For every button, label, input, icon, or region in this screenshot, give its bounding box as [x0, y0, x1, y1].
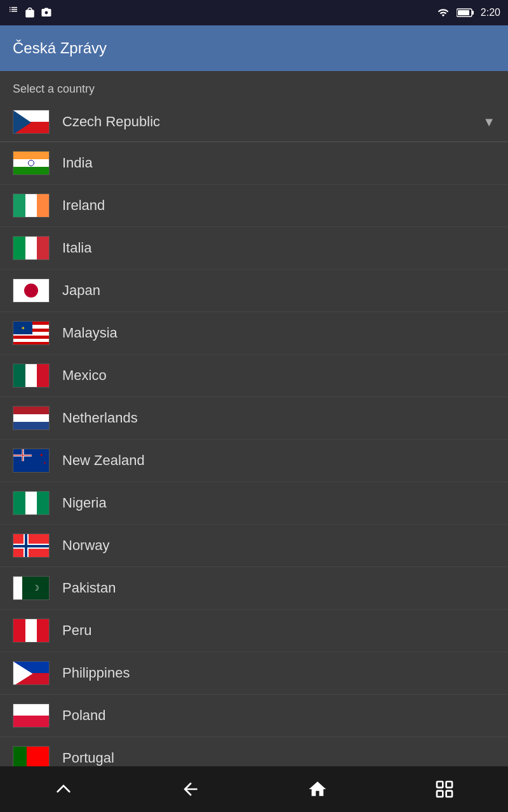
notification-icon	[8, 7, 19, 18]
wifi-icon	[436, 7, 450, 18]
country-name-nigeria: Nigeria	[62, 495, 107, 511]
nav-recents-button[interactable]	[419, 773, 470, 805]
flag-ireland	[13, 193, 50, 218]
flag-japan	[13, 278, 50, 303]
list-item[interactable]: Portugal	[0, 737, 508, 766]
dropdown-arrow-icon: ▼	[483, 115, 495, 129]
list-item[interactable]: Japan	[0, 270, 508, 312]
country-name-india: India	[62, 155, 93, 171]
list-item[interactable]: ☀ Philippines	[0, 652, 508, 695]
flag-philippines: ☀	[13, 661, 50, 685]
country-name-portugal: Portugal	[62, 750, 114, 766]
time-display: 2:20	[481, 7, 500, 18]
home-icon	[307, 779, 328, 799]
status-icons-right: 2:20	[436, 7, 500, 18]
app-title: Česká Zprávy	[13, 39, 107, 57]
content-area: Select a country Czech Republic ▼ India	[0, 71, 508, 766]
list-item[interactable]: India	[0, 142, 508, 185]
flag-india	[13, 151, 50, 175]
chevron-up-icon	[53, 779, 74, 799]
svg-rect-1	[458, 10, 469, 15]
battery-icon	[457, 8, 474, 18]
bottom-navigation	[0, 766, 508, 812]
list-item[interactable]: ✦ Malaysia	[0, 312, 508, 355]
list-item[interactable]: Peru	[0, 610, 508, 652]
country-name-netherlands: Netherlands	[62, 410, 138, 426]
status-icons-left	[8, 7, 52, 18]
recents-icon	[434, 779, 455, 799]
select-label: Select a country	[0, 71, 508, 102]
country-name-philippines: Philippines	[62, 665, 130, 681]
country-name-mexico: Mexico	[62, 367, 107, 384]
nav-home-button[interactable]	[292, 773, 343, 805]
list-item[interactable]: Netherlands	[0, 397, 508, 440]
list-item[interactable]: Italia	[0, 227, 508, 270]
list-item[interactable]: Ireland	[0, 185, 508, 227]
svg-rect-6	[446, 791, 452, 797]
list-item[interactable]: Poland	[0, 695, 508, 737]
list-item[interactable]: Norway	[0, 525, 508, 567]
flag-mexico	[13, 363, 50, 388]
flag-netherlands	[13, 406, 50, 430]
country-name-italia: Italia	[62, 240, 91, 256]
nav-back-button[interactable]	[165, 773, 216, 805]
flag-poland	[13, 704, 50, 728]
list-item[interactable]: Mexico	[0, 355, 508, 397]
selected-country-name: Czech Republic	[62, 114, 160, 130]
country-name-poland: Poland	[62, 707, 106, 724]
flag-pakistan: ☽	[13, 576, 50, 600]
app-bar: Česká Zprávy	[0, 25, 508, 71]
bag-icon	[24, 7, 36, 18]
list-item[interactable]: Nigeria	[0, 482, 508, 525]
country-name-new-zealand: New Zealand	[62, 452, 145, 469]
flag-new-zealand: ✦ ✦	[13, 449, 50, 473]
list-item[interactable]: ✦ ✦ New Zealand	[0, 440, 508, 482]
svg-rect-5	[437, 791, 443, 797]
list-item[interactable]: ☽ Pakistan	[0, 567, 508, 610]
svg-rect-3	[437, 782, 443, 787]
country-name-pakistan: Pakistan	[62, 580, 116, 596]
flag-portugal	[13, 746, 50, 766]
back-icon	[180, 779, 201, 799]
flag-czech-republic	[13, 110, 50, 134]
nav-up-button[interactable]	[38, 773, 89, 805]
flag-peru	[13, 619, 50, 643]
flag-italia	[13, 236, 50, 260]
country-name-japan: Japan	[62, 282, 100, 299]
country-name-malaysia: Malaysia	[62, 325, 117, 341]
country-name-ireland: Ireland	[62, 197, 105, 214]
flag-nigeria	[13, 491, 50, 515]
country-name-peru: Peru	[62, 622, 91, 639]
flag-malaysia: ✦	[13, 321, 50, 345]
status-bar: 2:20	[0, 0, 508, 25]
svg-rect-4	[446, 782, 452, 787]
dropdown-selected[interactable]: Czech Republic ▼	[0, 102, 508, 142]
svg-rect-2	[472, 11, 474, 15]
flag-norway	[13, 534, 50, 558]
country-name-norway: Norway	[62, 537, 110, 554]
camera-icon	[41, 7, 52, 18]
country-list[interactable]: India Ireland Italia Japan	[0, 142, 508, 766]
